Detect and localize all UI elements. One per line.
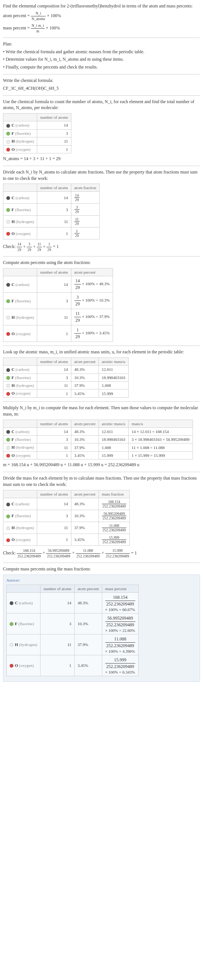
element-symbol: F — [11, 131, 14, 135]
n-cell: 11 — [37, 216, 71, 228]
pct-cell: 48.3% — [71, 366, 98, 374]
n-cell: 3 — [37, 374, 71, 381]
element-dot-icon — [6, 208, 10, 212]
element-dot-icon — [10, 601, 13, 605]
element-symbol: C — [11, 123, 14, 127]
n-cell: 1 — [37, 325, 71, 342]
col-mass: atomic mass/u — [98, 358, 128, 366]
molecular-mass-title: Multiply N_i by m_i to compute the mass … — [3, 405, 200, 417]
frac-num: 15.999 — [102, 535, 127, 540]
pct-cell: 48.3% — [71, 428, 98, 435]
col-element — [3, 420, 37, 428]
n-cell: 14 — [37, 428, 71, 435]
atom-percents-table: number of atoms atom percent C (carbon)1… — [3, 268, 113, 342]
res-text: × 100% = 66.67% — [105, 607, 135, 612]
element-dot-icon — [10, 664, 13, 668]
divider — [3, 166, 200, 166]
element-cell: O (oxygen) — [3, 325, 37, 342]
table-row: H (hydrogen)1137.9%11.088252.236209489 — [3, 522, 130, 534]
n-cell: 14 — [37, 121, 71, 129]
pct-cell: 3.45% — [71, 534, 98, 546]
element-dot-icon — [6, 446, 10, 450]
element-name: (carbon) — [16, 501, 29, 506]
element-name: (fluorine) — [15, 299, 30, 303]
divider — [3, 563, 200, 563]
mass-fractions-check: Check: 168.154252.236209489 + 56.9952094… — [3, 548, 200, 559]
frac-den: 252.236209489 — [105, 622, 135, 628]
element-cell: H (hydrogen) — [7, 634, 41, 655]
n-cell: 1 — [37, 145, 71, 153]
element-cell: F (fluorine) — [3, 374, 37, 381]
frac-cell: 168.154252.236209489 — [98, 498, 130, 510]
element-dot-icon — [6, 527, 10, 530]
frac-den: 252.236209489 — [46, 554, 71, 559]
col-n: number of atoms — [37, 269, 71, 276]
element-name: (oxygen) — [16, 331, 30, 336]
pct-text: × 100% = 10.3% — [82, 298, 110, 302]
frac-num: 56.995209489 — [105, 615, 135, 622]
element-symbol: O — [11, 147, 15, 151]
element-cell: O (oxygen) — [3, 390, 37, 397]
table-row: C (carbon)1448.3%168.154252.236209489 — [3, 498, 130, 510]
element-dot-icon — [6, 438, 10, 442]
table-row: O (oxygen)13.45%15.9991 × 15.999 = 15.99… — [3, 451, 193, 459]
frac-den: 252.236209489 — [76, 554, 101, 559]
frac-num: 3 — [27, 242, 32, 247]
element-symbol: O — [11, 331, 15, 336]
pct-cell: 10.3% — [71, 374, 98, 381]
element-symbol: H — [11, 383, 15, 388]
atom-eq-frac: N_i N_atoms — [31, 11, 46, 22]
n-cell: 1 — [41, 655, 75, 676]
col-frac: mass fraction — [98, 490, 130, 498]
table-row: O (oxygen)13.45%15.999252.236209489× 100… — [7, 655, 139, 676]
frac-den: 252.236209489 — [102, 504, 127, 508]
frac-cell: 1129 — [71, 216, 99, 228]
element-name: (hydrogen) — [16, 383, 34, 388]
n-cell: 3 — [37, 293, 71, 309]
pct-cell: 3.45% — [71, 390, 98, 397]
mass-cell: 15.999 — [98, 451, 128, 459]
pct-text: × 100% = 37.9% — [82, 314, 110, 319]
mass-eq-den: m — [31, 29, 44, 34]
element-symbol: H — [11, 219, 15, 224]
element-name: (carbon) — [19, 601, 33, 605]
element-name: (fluorine) — [15, 437, 30, 442]
table-row: C (carbon)1448.3%168.154252.236209489× 1… — [7, 592, 139, 613]
mass-percent-equation: mass percent = N_i m_i m × 100% — [3, 23, 200, 34]
plan-bullet-1: • Write the chemical formula and gather … — [3, 49, 200, 55]
frac-cell: 129 — [71, 228, 99, 239]
fraction: 1129 — [37, 242, 42, 253]
frac-num: 15.999 — [105, 657, 135, 663]
mass-cell: 12.011 — [98, 428, 128, 435]
atomic-mass-section: Look up the atomic mass, m_i, in unified… — [3, 349, 200, 398]
element-dot-icon — [6, 132, 10, 135]
table-row: F (fluorine)310.3%56.995209489252.236209… — [7, 613, 139, 634]
element-symbol: H — [15, 642, 18, 647]
calc-cell: 1 × 15.999 = 15.999 — [128, 451, 193, 459]
plan-bullet-3: • Finally, compute the percents and chec… — [3, 64, 200, 70]
atom-eq-den: N_atoms — [31, 16, 46, 22]
fraction: 329 — [75, 294, 81, 307]
table-row: O (oxygen)13.45%15.999252.236209489 — [3, 534, 130, 546]
element-cell: H (hydrogen) — [3, 137, 37, 145]
pct-cell: 3.45% — [71, 451, 98, 459]
element-symbol: F — [11, 299, 14, 303]
n-cell: 11 — [37, 444, 71, 451]
element-cell: C (carbon) — [3, 276, 37, 293]
n-cell: 14 — [37, 276, 71, 293]
element-name: (hydrogen) — [16, 139, 34, 143]
frac-den: 252.236209489 — [17, 554, 42, 559]
col-element — [7, 585, 41, 592]
element-cell: O (oxygen) — [3, 451, 37, 459]
element-name: (oxygen) — [16, 537, 30, 542]
n-cell: 3 — [37, 435, 71, 443]
divider — [3, 256, 200, 256]
element-dot-icon — [6, 384, 10, 388]
pct-cell: 48.3% — [71, 498, 98, 510]
element-cell: H (hydrogen) — [3, 444, 37, 451]
calc-cell: 14 × 12.011 = 168.154 — [128, 428, 193, 435]
element-cell: O (oxygen) — [3, 145, 37, 153]
mass-cell: 1.008 — [98, 381, 128, 389]
res-text: × 100% = 22.60% — [105, 628, 135, 633]
col-mpct: mass percent — [102, 585, 138, 592]
